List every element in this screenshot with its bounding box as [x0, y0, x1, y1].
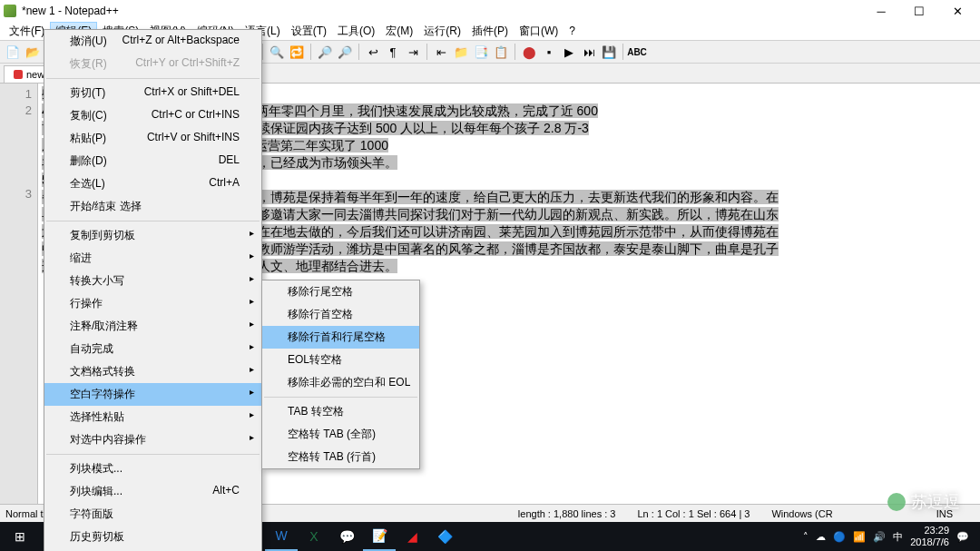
menu-blankops[interactable]: 空白字符操作▸ — [44, 383, 261, 406]
tray-up-icon[interactable]: ˄ — [803, 531, 808, 543]
minimize-button[interactable]: ─ — [862, 0, 900, 22]
status-pos: Ln : 1 Col : 1 Sel : 664 | 3 — [637, 508, 750, 519]
window-buttons: ─ ☐ ✕ — [862, 0, 976, 22]
replace-icon[interactable]: 🔁 — [288, 43, 306, 61]
submenu-removeunnec[interactable]: 移除非必需的空白和 EOL — [262, 371, 419, 394]
tray-clock[interactable]: 23:29 2018/7/6 — [910, 525, 949, 548]
menu-paste[interactable]: 粘贴(P)Ctrl+V or Shift+INS — [44, 127, 261, 150]
submenu-tab2space[interactable]: TAB 转空格 — [262, 400, 419, 423]
separator — [622, 44, 623, 60]
status-encoding: Windows (CR — [771, 508, 832, 519]
zoomin-icon[interactable]: 🔎 — [316, 43, 334, 61]
systray: ˄ ☁ 🔵 📶 🔊 中 23:29 2018/7/6 💬 — [803, 525, 976, 548]
status-length: length : 1,880 lines : 3 — [518, 508, 616, 519]
folder-icon[interactable]: 📁 — [452, 43, 470, 61]
tray-notifications-icon[interactable]: 💬 — [956, 531, 969, 543]
line-num: 1 — [0, 86, 32, 103]
menu-coleditor[interactable]: 列块编辑...Alt+C — [44, 480, 261, 503]
spellcheck-icon[interactable]: ABC — [628, 43, 646, 61]
submenu-trimboth[interactable]: 移除行首和行尾空格 — [262, 326, 419, 349]
titlebar: *new 1 - Notepad++ ─ ☐ ✕ — [0, 0, 980, 22]
submenu-eol2space[interactable]: EOL转空格 — [262, 349, 419, 371]
open-icon[interactable]: 📂 — [24, 43, 42, 61]
menu-tools[interactable]: 工具(O) — [332, 22, 380, 41]
record-icon[interactable]: ⬤ — [520, 43, 538, 61]
play-icon[interactable]: ▶ — [560, 43, 578, 61]
menu-copyclip[interactable]: 复制到剪切板▸ — [44, 224, 261, 247]
modified-dot-icon — [14, 70, 23, 79]
line-gutter: 1 2 3 — [0, 84, 38, 520]
funclist-icon[interactable]: 📋 — [492, 43, 510, 61]
excel-icon[interactable]: X — [298, 522, 330, 551]
menu-lineops[interactable]: 行操作▸ — [44, 292, 261, 315]
menu-autocomp[interactable]: 自动完成▸ — [44, 338, 261, 360]
wordwrap-icon[interactable]: ↩ — [364, 43, 382, 61]
playrep-icon[interactable]: ⏭ — [580, 43, 598, 61]
maximize-button[interactable]: ☐ — [900, 0, 938, 22]
menu-selectall[interactable]: 全选(L)Ctrl+A — [44, 172, 261, 195]
word-icon[interactable]: W — [265, 522, 298, 551]
separator — [426, 44, 427, 60]
wechat-icon[interactable]: 💬 — [330, 522, 363, 551]
menu-copy[interactable]: 复制(C)Ctrl+C or Ctrl+INS — [44, 104, 261, 127]
submenu-trimtrail[interactable]: 移除行尾空格 — [262, 280, 419, 303]
stop-icon[interactable]: ▪ — [540, 43, 558, 61]
menu-settings[interactable]: 设置(T) — [286, 22, 332, 41]
menu-eolconv[interactable]: 文档格式转换▸ — [44, 360, 261, 383]
close-button[interactable]: ✕ — [938, 0, 976, 22]
line-num: 3 — [0, 186, 32, 202]
menu-selops[interactable]: 对选中内容操作▸ — [44, 428, 261, 451]
separator — [310, 44, 311, 60]
tray-network-icon[interactable]: 📶 — [853, 531, 866, 543]
start-icon[interactable]: ⊞ — [4, 522, 36, 551]
window-title: *new 1 - Notepad++ — [22, 5, 862, 17]
status-ins: INS — [936, 508, 953, 519]
submenu-space2tablead[interactable]: 空格转 TAB (行首) — [262, 446, 419, 468]
savemacro-icon[interactable]: 💾 — [600, 43, 618, 61]
app-icon[interactable]: 🔷 — [428, 522, 461, 551]
menu-window[interactable]: 窗口(W) — [514, 22, 564, 41]
indent-icon[interactable]: ⇥ — [404, 43, 422, 61]
menu-help[interactable]: ? — [564, 23, 581, 39]
notepadpp-icon[interactable]: 📝 — [363, 522, 396, 551]
menu-charpanel[interactable]: 字符面版 — [44, 503, 261, 526]
acrobat-icon[interactable]: ◢ — [396, 522, 428, 551]
showall-icon[interactable]: ¶ — [384, 43, 402, 61]
line-num: 2 — [0, 103, 32, 119]
menu-colmode[interactable]: 列块模式... — [44, 458, 261, 480]
menu-macro[interactable]: 宏(M) — [380, 22, 418, 41]
new-icon[interactable]: 📄 — [4, 43, 22, 61]
tray-security-icon[interactable]: 🔵 — [833, 531, 846, 543]
separator — [262, 44, 263, 60]
tray-volume-icon[interactable]: 🔊 — [873, 531, 886, 543]
menu-plugins[interactable]: 插件(P) — [466, 22, 514, 41]
separator — [514, 44, 515, 60]
tray-ime-icon[interactable]: 中 — [893, 530, 903, 544]
menu-undo[interactable]: 撤消(U)Ctrl+Z or Alt+Backspace — [44, 30, 261, 53]
menu-case[interactable]: 转换大小写▸ — [44, 270, 261, 292]
menu-cliphist[interactable]: 历史剪切板 — [44, 526, 261, 548]
menu-beginend[interactable]: 开始/结束 选择 — [44, 195, 261, 218]
menu-redo[interactable]: 恢复(R)Ctrl+Y or Ctrl+Shift+Z — [44, 53, 261, 75]
separator — [358, 44, 359, 60]
menu-run[interactable]: 运行(R) — [418, 22, 466, 41]
menu-indent[interactable]: 缩进▸ — [44, 247, 261, 270]
reindent-icon[interactable]: ⇤ — [432, 43, 450, 61]
menu-delete[interactable]: 删除(D)DEL — [44, 150, 261, 172]
submenu-trimlead[interactable]: 移除行首空格 — [262, 303, 419, 326]
zoomout-icon[interactable]: 🔎 — [336, 43, 354, 61]
menu-pastespecial[interactable]: 选择性粘贴▸ — [44, 406, 261, 428]
find-icon[interactable]: 🔍 — [268, 43, 286, 61]
menu-cut[interactable]: 剪切(T)Ctrl+X or Shift+DEL — [44, 82, 261, 104]
tray-sync-icon[interactable]: ☁ — [816, 531, 826, 543]
docmap-icon[interactable]: 📑 — [472, 43, 490, 61]
submenu-space2taball[interactable]: 空格转 TAB (全部) — [262, 423, 419, 446]
edit-dropdown: 撤消(U)Ctrl+Z or Alt+Backspace 恢复(R)Ctrl+Y… — [44, 29, 262, 551]
menu-comment[interactable]: 注释/取消注释▸ — [44, 315, 261, 338]
app-icon — [4, 5, 16, 17]
blankops-submenu: 移除行尾空格 移除行首空格 移除行首和行尾空格 EOL转空格 移除非必需的空白和… — [261, 280, 420, 469]
